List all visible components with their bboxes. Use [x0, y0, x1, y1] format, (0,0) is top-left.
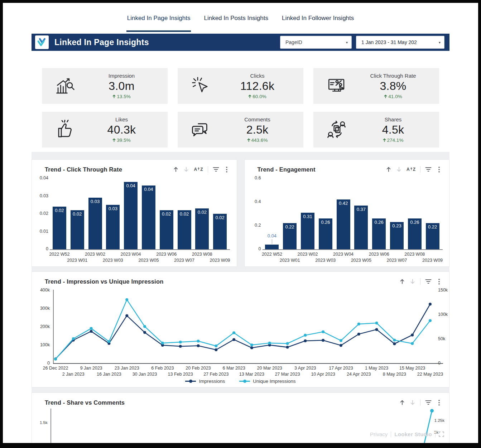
bar-value-label: 0.26 [372, 220, 386, 225]
tab-label: Linked In Follower Insights [282, 15, 354, 22]
looker-watermark: Privacy Looker Studio [370, 431, 444, 437]
x-axis-label: 27 Feb 2023 [199, 372, 233, 377]
x-axis-label: 2023 W05 [132, 258, 165, 263]
filter-icon[interactable] [425, 278, 432, 285]
impressions-series-marker [185, 381, 196, 382]
arrow-up-icon [247, 138, 250, 142]
tab-linked-in-page-insights[interactable]: Linked In Page Insights [126, 3, 191, 34]
x-axis-label: 22 May 2023 [413, 372, 447, 377]
tab-linked-in-posts-insights[interactable]: Linked In Posts Insights [203, 3, 269, 34]
kpi-label: Shares [385, 116, 402, 122]
screenshot-frame: Linked In Page InsightsLinked In Posts I… [0, 0, 481, 448]
tab-label: Linked In Posts Insights [204, 15, 268, 22]
x-axis-label: 27 Mar 2023 [271, 372, 304, 377]
kpi-label: Clicks [250, 73, 265, 79]
kpi-label: Impression [109, 73, 135, 79]
sort-ascending-icon[interactable] [399, 399, 405, 406]
sort-ascending-icon[interactable] [399, 278, 405, 285]
x-axis-label: 20 Feb 2023 [181, 366, 215, 371]
y-axis-tick: 0 [36, 246, 48, 251]
arrow-up-icon [384, 95, 387, 98]
y-axis-tick: 0 [249, 246, 261, 251]
x-axis-label: 2023 W02 [291, 252, 324, 257]
toolbar-divider [420, 399, 420, 406]
y-axis-tick: 0.01 [36, 229, 48, 234]
kpi-change: 274.1% [383, 138, 404, 143]
sort-descending-icon[interactable] [410, 399, 415, 406]
x-axis-label: 2023 W06 [362, 252, 395, 257]
bar-2023-w04 [124, 182, 138, 249]
y-axis-tick: 0.04 [36, 175, 48, 180]
kpi-text-block: Comments2.5k443.6% [220, 116, 295, 143]
toolbar-divider [420, 166, 420, 173]
chart-title: Trend - Share vs Comments [45, 399, 125, 406]
x-axis-label: 20 Mar 2023 [253, 366, 287, 371]
sort-descending-icon[interactable] [183, 166, 189, 173]
pageid-filter[interactable]: PageID ▾ [280, 36, 352, 49]
bar-value-label: 0.02 [160, 211, 173, 217]
kpi-label: Likes [115, 116, 128, 122]
x-axis-label: 2023 W03 [309, 258, 342, 263]
more-vert-icon[interactable] [224, 166, 230, 173]
filter-icon[interactable] [425, 399, 432, 406]
kpi-text-block: Click Through Rate3.8%41.0% [356, 73, 431, 99]
x-axis-label: 2023 W09 [416, 258, 449, 263]
sort-az-icon[interactable]: AZ [407, 166, 415, 173]
chart-toolbar [399, 399, 442, 406]
legend-label: Impressions [199, 379, 225, 384]
chevron-down-icon: ▾ [434, 40, 441, 44]
x-axis-label: 2023 W04 [114, 252, 147, 257]
x-axis-label: 2023 W08 [398, 252, 431, 257]
filter-icon[interactable] [425, 166, 432, 173]
sort-ascending-icon[interactable] [386, 166, 391, 173]
x-axis-label: 2022 W52 [43, 252, 76, 257]
kpi-text-block: Shares4.5k274.1% [356, 116, 431, 143]
y-axis-line [50, 409, 51, 443]
sort-az-icon[interactable]: AZ [194, 166, 203, 173]
bar-value-label: 0.04 [142, 187, 155, 192]
sort-descending-icon[interactable] [396, 166, 402, 173]
x-axis-label: 2023 W07 [380, 258, 413, 263]
more-vert-icon[interactable] [436, 166, 442, 173]
x-axis-label: 2023 W02 [79, 252, 112, 257]
kpi-card-clicks: Clicks112.6k60.0% [178, 68, 303, 104]
arrow-up-icon [112, 95, 116, 98]
date-range-picker[interactable]: 1 Jan 2023 - 31 May 202 ▾ [356, 36, 444, 49]
x-axis-label: 2023 W09 [203, 258, 236, 263]
cursor-click-icon [191, 76, 211, 96]
bar-value-label: 0.02 [53, 208, 66, 213]
sort-descending-icon[interactable] [410, 278, 415, 285]
x-axis-label: 8 May 2023 [377, 372, 411, 377]
bar-value-label: 0.02 [213, 215, 227, 220]
speech-bubbles-icon [191, 119, 211, 140]
more-vert-icon[interactable] [436, 278, 442, 285]
kpi-grid: Impression3.0m13.5%Clicks112.6k60.0%Clic… [32, 68, 449, 148]
bar-value-label: 0.02 [195, 209, 209, 215]
bar-value-label: 0.03 [88, 199, 102, 204]
sort-ascending-icon[interactable] [173, 166, 179, 173]
kpi-value: 4.5k [382, 123, 404, 136]
kpi-text-block: Clicks112.6k60.0% [220, 73, 295, 99]
bar-value-label: 0.26 [408, 220, 422, 225]
impression-chart-icon [55, 76, 76, 96]
bar-value-label: 0.37 [354, 207, 368, 212]
weekly-trend-row: Trend - Click Through Rate AZ 00.010.020… [32, 159, 449, 267]
more-vert-icon[interactable] [436, 399, 442, 406]
x-axis-label: 2022 W52 [255, 252, 288, 257]
x-axis-label: 24 Apr 2023 [342, 372, 376, 377]
y-axis-tick: 0.6 [249, 175, 261, 180]
report-canvas: Impression3.0m13.5%Clicks112.6k60.0%Clic… [32, 51, 449, 443]
x-axis-label: 16 Jan 2023 [92, 372, 126, 377]
filter-icon[interactable] [213, 166, 219, 173]
fullscreen-icon[interactable] [439, 432, 444, 437]
chart-title: Trend - Click Through Rate [45, 166, 122, 173]
kpi-text-block: Likes40.3k39.5% [84, 116, 159, 143]
tab-linked-in-follower-insights[interactable]: Linked In Follower Insights [281, 3, 355, 34]
x-axis-label: 2023 W05 [345, 258, 377, 263]
report-page: Linked In Page InsightsLinked In Posts I… [3, 3, 478, 443]
looker-studio-link[interactable]: Looker Studio [394, 431, 432, 437]
y-axis-tick: 0.2 [249, 223, 261, 228]
x-axis-label: 2023 W06 [150, 252, 183, 257]
kpi-text-block: Impression3.0m13.5% [84, 73, 159, 99]
privacy-link[interactable]: Privacy [370, 431, 388, 437]
